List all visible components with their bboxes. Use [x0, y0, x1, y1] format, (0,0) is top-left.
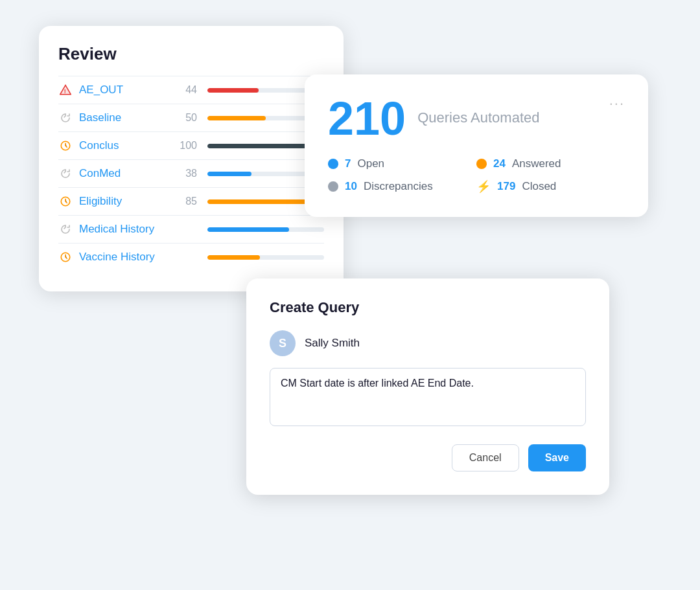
review-count-conclus: 100 — [174, 140, 197, 152]
query-textarea[interactable] — [270, 368, 586, 426]
lightning-icon: ⚡ — [476, 179, 491, 194]
review-label-conmed[interactable]: ConMed — [79, 167, 167, 180]
history-icon — [58, 111, 73, 125]
queries-card: 210 Queries Automated ··· 7Open24Answere… — [305, 74, 648, 217]
stat-count-discrepancies: 10 — [345, 180, 357, 193]
stat-dot-answered — [476, 159, 487, 169]
stat-label-discrepancies: Discrepancies — [364, 180, 433, 193]
review-label-vaccine-history[interactable]: Vaccine History — [79, 251, 167, 264]
clock-icon — [58, 250, 73, 264]
warning-icon: ! — [58, 83, 73, 97]
save-button[interactable]: Save — [528, 444, 586, 471]
review-label-medical-history[interactable]: Medical History — [79, 223, 167, 236]
queries-header: 210 Queries Automated ··· — [328, 95, 625, 142]
review-count-baseline: 50 — [174, 112, 197, 124]
review-label-baseline[interactable]: Baseline — [79, 111, 167, 124]
history-icon — [58, 222, 73, 236]
stat-dot-open — [328, 159, 338, 169]
progress-bar-medical-history — [207, 227, 324, 232]
clock-icon — [58, 194, 73, 209]
stat-count-answered: 24 — [493, 157, 506, 170]
create-query-card: Create Query S Sally Smith Cancel Save — [246, 278, 609, 495]
cancel-button[interactable]: Cancel — [452, 444, 519, 471]
svg-text:!: ! — [64, 88, 66, 95]
review-item-conmed: ConMed38 — [58, 159, 324, 187]
review-items-list: !AE_OUT44Baseline50Conclus100ConMed38Eli… — [58, 76, 324, 271]
query-actions: Cancel Save — [270, 444, 586, 471]
review-item-vaccine-history: Vaccine History — [58, 243, 324, 271]
stat-label-open: Open — [357, 157, 384, 170]
queries-stat-closed: ⚡179Closed — [476, 179, 625, 194]
user-row: S Sally Smith — [270, 330, 586, 356]
avatar: S — [270, 330, 296, 356]
queries-stat-answered: 24Answered — [476, 157, 625, 170]
review-count-conmed: 38 — [174, 168, 197, 179]
review-count-ae-out: 44 — [174, 84, 197, 96]
stat-dot-discrepancies — [328, 181, 338, 192]
queries-number: 210 — [328, 95, 406, 142]
review-item-baseline: Baseline50 — [58, 104, 324, 131]
queries-stat-discrepancies: 10Discrepancies — [328, 179, 476, 194]
review-label-conclus[interactable]: Conclus — [79, 139, 167, 152]
review-count-eligibility: 85 — [174, 196, 197, 207]
progress-bar-vaccine-history — [207, 255, 324, 260]
review-label-ae-out[interactable]: AE_OUT — [79, 84, 167, 96]
clock-icon — [58, 139, 73, 153]
queries-stat-open: 7Open — [328, 157, 476, 170]
queries-stats: 7Open24Answered10Discrepancies⚡179Closed — [328, 157, 625, 194]
queries-label: Queries Automated — [417, 109, 539, 126]
stat-label-answered: Answered — [512, 157, 561, 170]
review-item-ae-out: !AE_OUT44 — [58, 76, 324, 104]
review-item-medical-history: Medical History — [58, 215, 324, 243]
create-query-title: Create Query — [270, 299, 586, 316]
stat-label-closed: Closed — [522, 180, 556, 193]
review-card: Review !AE_OUT44Baseline50Conclus100ConM… — [39, 26, 344, 291]
user-name: Sally Smith — [305, 337, 360, 350]
stat-count-open: 7 — [345, 157, 351, 170]
review-item-conclus: Conclus100 — [58, 131, 324, 159]
stat-count-closed: 179 — [497, 180, 515, 193]
more-options-icon[interactable]: ··· — [609, 95, 625, 112]
review-label-eligibility[interactable]: Eligibility — [79, 195, 167, 208]
history-icon — [58, 166, 73, 181]
review-item-eligibility: Eligibility85 — [58, 187, 324, 215]
review-title: Review — [58, 44, 324, 64]
